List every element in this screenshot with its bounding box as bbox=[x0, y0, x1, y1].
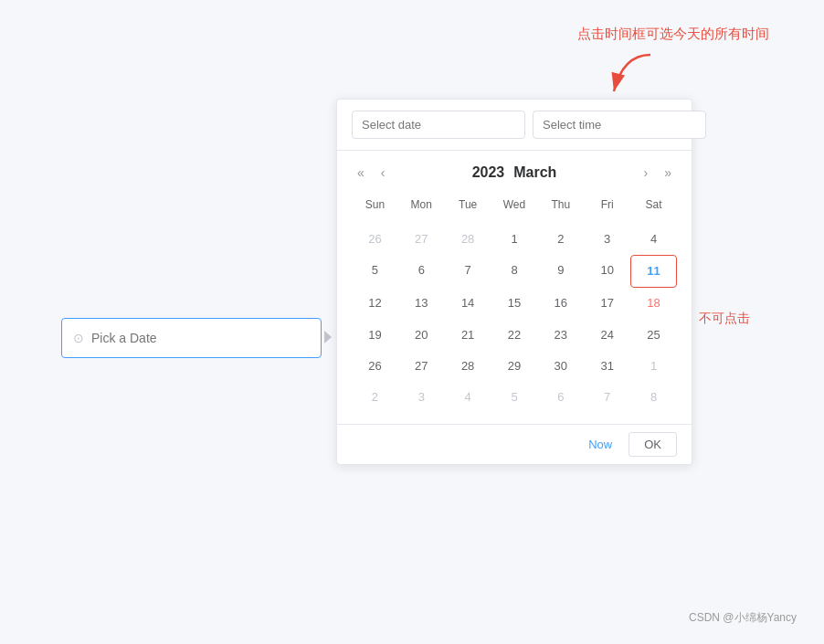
calendar-day-cell[interactable]: 18 bbox=[630, 288, 677, 319]
calendar-year: 2023 bbox=[472, 164, 505, 181]
calendar-day-cell[interactable]: 24 bbox=[584, 320, 630, 351]
next-year-button[interactable]: » bbox=[659, 162, 677, 184]
date-picker-left[interactable]: ⊙ bbox=[61, 318, 322, 358]
calendar-day-cell[interactable]: 10 bbox=[584, 255, 630, 288]
watermark: CSDN @小绵杨Yancy bbox=[689, 610, 797, 626]
calendar-day-cell[interactable]: 28 bbox=[445, 351, 491, 382]
calendar-day-cell[interactable]: 29 bbox=[491, 351, 538, 382]
calendar-header: « ‹ 2023 March › » bbox=[337, 151, 692, 189]
calendar-day-cell[interactable]: 12 bbox=[352, 288, 398, 319]
calendar-popup: « ‹ 2023 March › » SunMonTueWedThuFriSat… bbox=[336, 99, 692, 465]
calendar-day-cell[interactable]: 26 bbox=[352, 351, 398, 382]
calendar-day-cell[interactable]: 4 bbox=[630, 224, 677, 255]
annotation-right-text: 不可点击 bbox=[699, 311, 750, 327]
weekday-header: Tue bbox=[445, 193, 491, 216]
select-date-input[interactable] bbox=[352, 111, 525, 139]
calendar-day-cell[interactable]: 2 bbox=[537, 224, 584, 255]
next-month-button[interactable]: › bbox=[639, 162, 654, 184]
weekday-header: Sat bbox=[630, 193, 677, 216]
calendar-day-cell: 8 bbox=[630, 382, 677, 413]
red-arrow-icon bbox=[596, 50, 669, 109]
calendar-day-cell[interactable]: 30 bbox=[537, 351, 584, 382]
calendar-day-cell: 5 bbox=[491, 382, 538, 413]
calendar-day-cell[interactable]: 21 bbox=[445, 320, 491, 351]
calendar-day-cell[interactable]: 19 bbox=[352, 320, 398, 351]
calendar-day-cell[interactable]: 3 bbox=[584, 224, 630, 255]
calendar-day-cell[interactable]: 13 bbox=[398, 288, 445, 319]
calendar-day-cell: 1 bbox=[630, 351, 677, 382]
left-arrow-icon bbox=[324, 331, 332, 343]
calendar-day-cell[interactable]: 16 bbox=[537, 288, 584, 319]
now-button[interactable]: Now bbox=[579, 433, 621, 456]
calendar-footer: Now OK bbox=[337, 424, 692, 464]
weekday-header: Sun bbox=[352, 193, 398, 216]
select-time-input[interactable] bbox=[533, 111, 706, 139]
calendar-day-cell[interactable]: 27 bbox=[398, 351, 445, 382]
calendar-day-cell[interactable]: 8 bbox=[491, 255, 538, 288]
calendar-day-cell: 27 bbox=[398, 224, 445, 255]
annotation-top-text: 点击时间框可选今天的所有时间 bbox=[577, 26, 769, 43]
weekday-header: Thu bbox=[537, 193, 584, 216]
calendar-day-cell[interactable]: 23 bbox=[537, 320, 584, 351]
calendar-month: March bbox=[513, 164, 556, 181]
calendar-day-cell[interactable]: 9 bbox=[537, 255, 584, 288]
pick-a-date-input[interactable] bbox=[91, 331, 310, 345]
calendar-day-cell[interactable]: 7 bbox=[445, 255, 491, 288]
calendar-day-cell[interactable]: 20 bbox=[398, 320, 445, 351]
calendar-day-cell: 28 bbox=[445, 224, 491, 255]
calendar-weekdays: SunMonTueWedThuFriSat bbox=[337, 189, 692, 220]
calendar-day-cell[interactable]: 5 bbox=[352, 255, 398, 288]
calendar-day-cell: 4 bbox=[445, 382, 491, 413]
prev-year-button[interactable]: « bbox=[352, 162, 370, 184]
weekday-header: Wed bbox=[491, 193, 538, 216]
calendar-day-cell[interactable]: 17 bbox=[584, 288, 630, 319]
calendar-day-cell[interactable]: 1 bbox=[491, 224, 538, 255]
calendar-day-cell: 3 bbox=[398, 382, 445, 413]
calendar-day-cell[interactable]: 31 bbox=[584, 351, 630, 382]
prev-month-button[interactable]: ‹ bbox=[375, 162, 391, 184]
calendar-day-cell[interactable]: 25 bbox=[630, 320, 677, 351]
calendar-day-cell: 2 bbox=[352, 382, 398, 413]
calendar-day-cell[interactable]: 11 bbox=[630, 255, 677, 288]
weekday-header: Fri bbox=[584, 193, 630, 216]
calendar-grid: 2627281234567891011121314151617181920212… bbox=[337, 220, 692, 424]
ok-button[interactable]: OK bbox=[629, 432, 677, 457]
calendar-day-cell[interactable]: 15 bbox=[491, 288, 538, 319]
calendar-day-cell[interactable]: 14 bbox=[445, 288, 491, 319]
calendar-day-cell: 26 bbox=[352, 224, 398, 255]
clock-icon: ⊙ bbox=[73, 331, 84, 345]
calendar-day-cell[interactable]: 22 bbox=[491, 320, 538, 351]
calendar-day-cell: 6 bbox=[537, 382, 584, 413]
weekday-header: Mon bbox=[398, 193, 445, 216]
calendar-day-cell[interactable]: 6 bbox=[398, 255, 445, 288]
calendar-day-cell: 7 bbox=[584, 382, 630, 413]
